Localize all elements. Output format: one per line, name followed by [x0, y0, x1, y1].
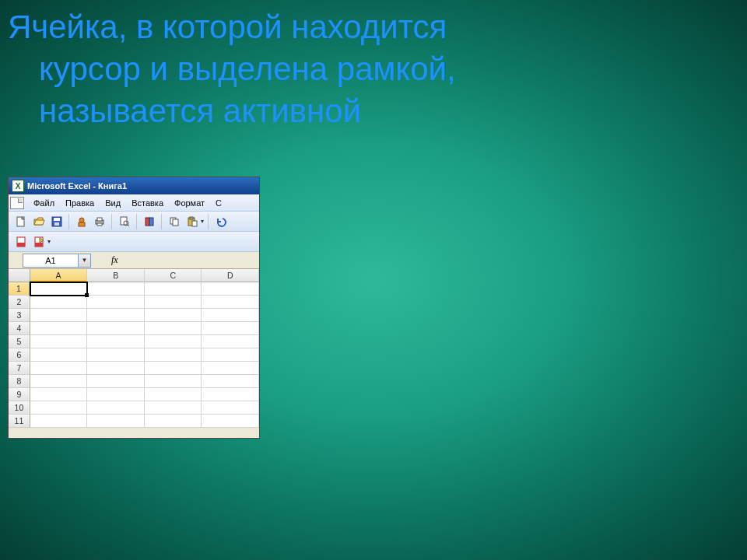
menu-trailing[interactable]: С	[211, 197, 226, 209]
cell[interactable]	[202, 362, 259, 375]
excel-app-icon-glyph: X	[16, 182, 21, 191]
cell[interactable]	[202, 335, 259, 348]
row-header-2[interactable]: 2	[9, 296, 30, 309]
cell[interactable]	[202, 388, 259, 401]
column-header-c[interactable]: C	[145, 269, 202, 282]
cell[interactable]	[30, 388, 88, 401]
research-icon[interactable]	[142, 214, 157, 229]
cell[interactable]	[145, 415, 202, 428]
row-header-1[interactable]: 1	[9, 282, 30, 296]
cell-a1[interactable]	[30, 282, 88, 296]
cell[interactable]	[87, 309, 145, 322]
cell[interactable]	[87, 375, 145, 388]
cell[interactable]	[87, 282, 145, 296]
column-header-a[interactable]: A	[30, 269, 88, 282]
row-header-9[interactable]: 9	[9, 388, 30, 401]
cell[interactable]	[30, 335, 88, 348]
pdf-icon[interactable]	[13, 234, 29, 250]
fx-label[interactable]: fx	[111, 254, 118, 266]
cell[interactable]	[202, 296, 259, 309]
name-box-value: A1	[45, 256, 55, 265]
print-preview-icon[interactable]	[117, 214, 132, 229]
cell[interactable]	[30, 375, 88, 388]
grid-row: 9	[9, 388, 259, 401]
name-box-dropdown-icon[interactable]: ▼	[79, 254, 91, 268]
cell[interactable]	[145, 348, 202, 362]
row-header-4[interactable]: 4	[9, 322, 30, 335]
row-header-10[interactable]: 10	[9, 401, 30, 415]
cell[interactable]	[202, 415, 259, 428]
cell[interactable]	[145, 296, 202, 309]
cell[interactable]	[87, 296, 145, 309]
menu-view[interactable]: Вид	[100, 197, 125, 209]
cell[interactable]	[202, 309, 259, 322]
row-header-7[interactable]: 7	[9, 362, 30, 375]
pdf-mail-icon[interactable]	[31, 234, 47, 250]
cell[interactable]	[145, 375, 202, 388]
toolbar-separator	[136, 214, 138, 229]
toolbar-separator	[208, 214, 209, 229]
menu-insert[interactable]: Вставка	[127, 197, 168, 209]
cell[interactable]	[202, 401, 259, 415]
svg-rect-3	[54, 222, 59, 226]
cell[interactable]	[30, 322, 88, 335]
cell[interactable]	[87, 401, 145, 415]
cell[interactable]	[30, 362, 88, 375]
name-box[interactable]: A1	[23, 254, 79, 268]
svg-rect-15	[173, 219, 178, 226]
svg-point-4	[79, 218, 84, 222]
cell[interactable]	[87, 322, 145, 335]
open-file-icon[interactable]	[31, 214, 47, 229]
cell[interactable]	[145, 282, 202, 296]
copy-icon[interactable]	[167, 214, 182, 229]
menu-edit[interactable]: Правка	[61, 197, 99, 209]
save-icon[interactable]	[49, 214, 65, 229]
heading-line-1: Ячейка, в которой находится	[8, 6, 708, 48]
cell[interactable]	[30, 296, 88, 309]
cell[interactable]	[145, 362, 202, 375]
cell[interactable]	[145, 322, 202, 335]
permission-icon[interactable]	[74, 214, 89, 229]
cell[interactable]	[145, 309, 202, 322]
new-file-icon[interactable]	[13, 214, 29, 229]
cell[interactable]	[145, 401, 202, 415]
pdf-dropdown-icon[interactable]: ▾	[47, 238, 51, 245]
svg-line-11	[128, 225, 129, 226]
menu-file[interactable]: Файл	[29, 197, 59, 209]
cell[interactable]	[87, 362, 145, 375]
grid-row: 1	[9, 282, 259, 296]
cell[interactable]	[30, 401, 88, 415]
print-icon[interactable]	[92, 214, 107, 229]
row-header-8[interactable]: 8	[9, 375, 30, 388]
row-header-5[interactable]: 5	[9, 335, 30, 348]
row-header-3[interactable]: 3	[9, 309, 30, 322]
undo-icon[interactable]	[213, 214, 229, 229]
cell[interactable]	[87, 335, 145, 348]
svg-rect-13	[149, 218, 153, 226]
formula-bar-row: A1 ▼ fx	[9, 252, 259, 269]
cell[interactable]	[202, 322, 259, 335]
select-all-corner[interactable]	[9, 269, 30, 282]
cell[interactable]	[30, 309, 88, 322]
menu-format[interactable]: Формат	[170, 197, 209, 209]
column-header-b[interactable]: B	[87, 269, 145, 282]
cell[interactable]	[87, 388, 145, 401]
cell[interactable]	[30, 348, 88, 362]
grid-row: 11	[9, 415, 259, 428]
row-header-11[interactable]: 11	[9, 415, 30, 428]
cell[interactable]	[145, 335, 202, 348]
cell[interactable]	[202, 282, 259, 296]
cell[interactable]	[202, 375, 259, 388]
svg-rect-8	[97, 223, 102, 226]
cell[interactable]	[87, 415, 145, 428]
cell[interactable]	[30, 415, 88, 428]
column-header-d[interactable]: D	[202, 269, 259, 282]
cell[interactable]	[87, 348, 145, 362]
grid-row: 4	[9, 322, 259, 335]
cell[interactable]	[202, 348, 259, 362]
slide-heading: Ячейка, в которой находится курсор и выд…	[8, 6, 708, 131]
paste-icon[interactable]	[184, 214, 200, 229]
paste-dropdown-icon[interactable]: ▾	[201, 218, 204, 225]
row-header-6[interactable]: 6	[9, 348, 30, 362]
cell[interactable]	[145, 388, 202, 401]
